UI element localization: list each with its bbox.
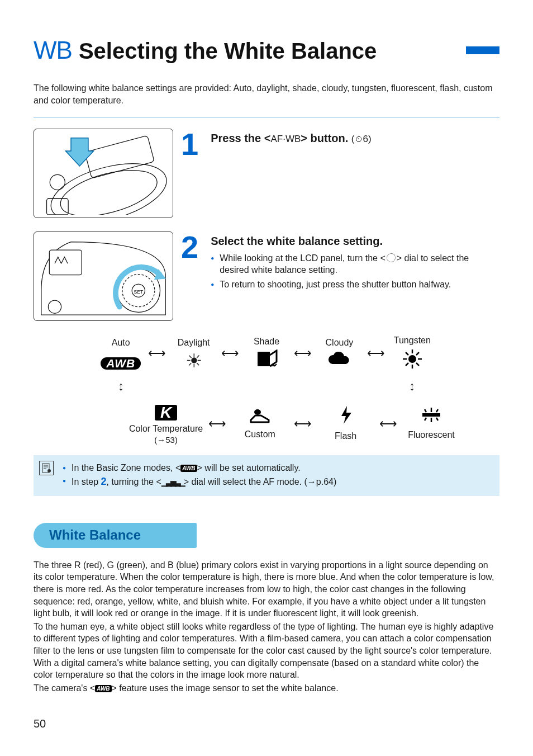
turn-dial-arrow-icon [116, 267, 160, 306]
svg-line-21 [406, 363, 408, 366]
step1-timer: (⏲6) [351, 134, 372, 144]
cloud-icon [312, 351, 367, 370]
arrow-icon: ↕ [118, 378, 124, 395]
title-accent-bar [466, 46, 499, 54]
note-box: In the Basic Zone modes, <AWB> will be s… [34, 455, 499, 497]
section-heading-row: White Balance [34, 523, 499, 547]
custom-wb-icon [229, 407, 291, 426]
title-prefix: WB [34, 34, 72, 67]
body-para-1: The three R (red), G (green), and B (blu… [34, 559, 499, 620]
arrow-icon: ⟷ [367, 345, 385, 362]
awb-icon: AWB [95, 685, 111, 693]
step2-illustration: SET [34, 231, 173, 321]
svg-point-35 [47, 469, 51, 472]
bulb-icon [385, 348, 440, 372]
awb-icon: AWB [180, 465, 197, 472]
svg-line-19 [416, 363, 419, 366]
svg-point-0 [45, 153, 168, 215]
divider [34, 117, 499, 117]
press-arrow-icon [65, 138, 93, 166]
arrow-icon: ⟷ [208, 415, 226, 432]
k-icon: K [127, 401, 205, 420]
svg-line-27 [436, 409, 438, 412]
svg-rect-24 [422, 413, 440, 417]
body-para-2: To the human eye, a white object still l… [34, 621, 499, 681]
wb-item-daylight: Daylight ☀ [166, 337, 221, 370]
step-1: 1 Press the <AF·WB> button. (⏲6) [34, 129, 499, 218]
step1-head-post: > button. [301, 132, 348, 144]
svg-marker-23 [341, 406, 351, 424]
flash-icon [315, 405, 377, 428]
step-ref: 2 [101, 476, 106, 487]
note-2: In step 2, turning the <▁▃▅▃▁> dial will… [63, 475, 492, 488]
intro-text: The following white balance settings are… [34, 82, 499, 106]
fluorescent-icon [401, 406, 462, 427]
step-2: SET 2 Select the white balance setting. … [34, 231, 499, 321]
main-dial-icon: ▁▃▅▃▁ [161, 478, 184, 486]
svg-rect-9 [49, 250, 82, 275]
section-heading: White Balance [49, 527, 141, 542]
svg-marker-5 [65, 138, 93, 166]
step2-bullets: While looking at the LCD panel, turn the… [211, 252, 499, 291]
step1-head-pre: Press the < [211, 132, 270, 144]
svg-line-25 [425, 409, 426, 412]
wb-item-tungsten: Tungsten [385, 334, 440, 373]
svg-point-1 [56, 161, 162, 214]
wb-item-custom: Custom [229, 407, 291, 441]
svg-point-10 [48, 300, 61, 313]
svg-point-4 [50, 174, 65, 190]
step2-bullet-2: To return to shooting, just press the sh… [211, 278, 499, 291]
svg-rect-3 [47, 199, 69, 215]
step1-illustration [34, 129, 173, 218]
svg-text:SET: SET [134, 289, 144, 294]
arrow-icon: ⟷ [294, 345, 312, 362]
wb-cycle-diagram: Auto AWB ⟷ Daylight ☀ ⟷ Shade ⟷ Cloudy ⟷… [93, 334, 440, 446]
shade-icon [239, 349, 294, 371]
wb-item-cloudy: Cloudy [312, 337, 367, 370]
wb-item-auto: Auto AWB [93, 337, 148, 370]
svg-line-30 [436, 418, 438, 420]
step2-heading: Select the white balance setting. [211, 234, 499, 249]
arrow-icon: ↕ [409, 378, 415, 395]
svg-point-22 [254, 409, 261, 415]
svg-point-13 [408, 355, 416, 363]
timer-icon: ⏲ [355, 134, 363, 144]
body-para-3: The camera's <AWB> feature uses the imag… [34, 682, 499, 694]
quick-dial-icon [387, 253, 396, 262]
svg-line-18 [406, 352, 408, 355]
arrow-icon: ⟷ [148, 345, 166, 362]
step2-bullet-1: While looking at the LCD panel, turn the… [211, 252, 499, 276]
awb-icon: AWB [93, 351, 148, 370]
step2-number: 2 [181, 235, 198, 260]
note-1: In the Basic Zone modes, <AWB> will be s… [63, 462, 492, 474]
svg-rect-2 [85, 135, 155, 178]
section-pill: White Balance [34, 523, 197, 547]
step1-number: 1 [181, 132, 198, 157]
wb-item-fluorescent: Fluorescent [401, 406, 462, 441]
arrow-icon: ⟷ [221, 345, 239, 362]
af-wb-button-label: AF·WB [270, 134, 301, 144]
wb-item-colortemp: Color Temperature(→53) K [127, 401, 205, 446]
arrow-icon: ⟷ [294, 415, 312, 432]
svg-line-28 [425, 418, 426, 420]
wb-item-flash: Flash [315, 405, 377, 442]
step1-heading: Press the <AF·WB> button. (⏲6) [211, 131, 499, 146]
svg-line-20 [416, 352, 419, 355]
note-icon [39, 461, 54, 475]
page-title-row: WB Selecting the White Balance [34, 34, 499, 67]
title-main: Selecting the White Balance [79, 36, 460, 66]
page-number: 50 [34, 716, 499, 731]
sun-icon: ☀ [166, 351, 221, 370]
arrow-icon: ⟷ [379, 415, 397, 432]
wb-item-shade: Shade [239, 336, 294, 372]
